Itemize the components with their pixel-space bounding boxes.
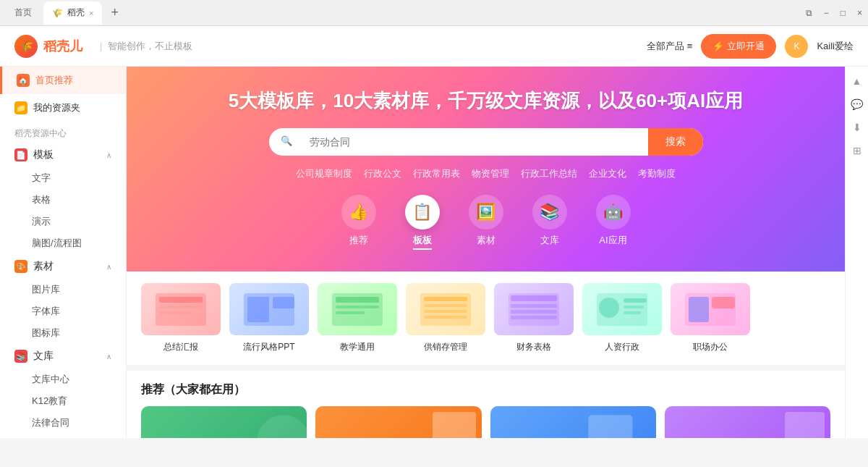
search-input[interactable] — [298, 128, 648, 156]
svg-rect-17 — [511, 295, 557, 301]
svg-rect-19 — [511, 310, 557, 314]
recommended-section: 推荐（大家都在用） 教育教学主题 教学资料 工具 — [127, 371, 845, 438]
svg-rect-1 — [159, 297, 203, 303]
svg-rect-23 — [624, 298, 647, 303]
logo: 🌾 稻壳儿 — [14, 35, 82, 58]
cat-item-3[interactable]: 供销存管理 — [406, 283, 485, 353]
sidebar-item-template[interactable]: 📄 模板 ∧ — [0, 143, 126, 167]
tool-comment-btn[interactable]: 💬 — [848, 96, 866, 113]
nav-recommend-label: 推荐 — [349, 234, 368, 247]
nav-recommend[interactable]: 👍 推荐 — [341, 195, 376, 250]
tag-3[interactable]: 物资管理 — [472, 167, 509, 180]
min-btn[interactable]: − — [824, 8, 829, 18]
cat-label-6: 职场办公 — [693, 341, 728, 353]
tag-5[interactable]: 企业文化 — [589, 167, 626, 180]
cat-img-5 — [582, 283, 662, 335]
sidebar-sub-image[interactable]: 图片库 — [0, 279, 126, 300]
library-icon: 📚 — [14, 350, 27, 363]
nav-template[interactable]: 📋 板板 — [405, 195, 440, 250]
svg-rect-27 — [689, 297, 709, 322]
rec-title: 推荐（大家都在用） — [141, 382, 830, 397]
cat-item-5[interactable]: 人资行政 — [582, 283, 662, 353]
header: 🌾 稻壳儿 | 智能创作，不止模板 全部产品 ≡ ⚡ 立即开通 K Kaili爱… — [0, 26, 868, 67]
sidebar-sub-text[interactable]: 文字 — [0, 167, 126, 189]
svg-rect-15 — [424, 316, 467, 319]
nav-library-icon: 📚 — [532, 195, 567, 230]
tab-app[interactable]: 🌾 稻壳 × — [43, 1, 102, 25]
rec-card-1[interactable]: 简历编辑器 免排版 大牛案例 — [315, 406, 481, 438]
svg-rect-12 — [424, 297, 467, 301]
nav-material[interactable]: 🖼️ 素材 — [469, 195, 503, 250]
sidebar-sub-table[interactable]: 表格 — [0, 189, 126, 211]
cat-item-4[interactable]: 财务表格 — [494, 283, 574, 353]
rec-grid: 教育教学主题 教学资料 工具 简历编辑器 免排版 大牛案例 — [141, 406, 830, 438]
nav-template-icon: 📋 — [405, 195, 440, 230]
category-scroll: 总结汇报 流行风格PPT 教学通用 — [141, 283, 830, 353]
svg-rect-2 — [159, 306, 203, 308]
sidebar-sub-marketing[interactable]: 市场营销 — [0, 434, 126, 438]
tool-download-btn[interactable]: ⬇ — [848, 119, 866, 136]
tag-2[interactable]: 行政常用表 — [413, 167, 460, 180]
svg-rect-10 — [336, 311, 365, 314]
banner-nav: 👍 推荐 📋 板板 🖼️ 素材 📚 文库 — [156, 195, 816, 250]
tool-up-btn[interactable]: ▲ — [848, 72, 866, 90]
template-icon: 📄 — [14, 148, 27, 161]
all-products-btn[interactable]: 全部产品 ≡ — [647, 40, 693, 53]
sidebar-item-home[interactable]: 🏠 首页推荐 — [0, 67, 126, 94]
cat-img-1 — [229, 283, 309, 335]
sidebar-item-material[interactable]: 🎨 素材 ∧ — [0, 254, 126, 279]
logo-name: 稻壳儿 — [43, 38, 82, 55]
user-name: Kaili爱绘 — [817, 40, 854, 53]
window-controls: ⧉ − □ × — [806, 8, 868, 18]
cat-item-6[interactable]: 职场办公 — [671, 283, 750, 353]
rec-card-0[interactable]: 教育教学主题 教学资料 工具 — [141, 406, 307, 438]
sidebar-sub-mindmap[interactable]: 脑图/流程图 — [0, 232, 126, 254]
card-deco-0 — [224, 406, 307, 438]
cat-img-3 — [406, 283, 485, 335]
search-btn[interactable]: 搜索 — [648, 128, 703, 156]
cat-label-5: 人资行政 — [605, 341, 639, 353]
new-tab-btn[interactable]: + — [105, 5, 124, 20]
tag-1[interactable]: 行政公文 — [364, 167, 401, 180]
svg-rect-3 — [159, 311, 192, 314]
svg-rect-18 — [511, 304, 557, 308]
card-exam-preview — [785, 412, 825, 438]
sidebar-sub-font[interactable]: 字体库 — [0, 300, 126, 322]
sidebar-sub-library-center[interactable]: 文库中心 — [0, 369, 126, 390]
rec-card-2[interactable]: 商用PPT 商务办公 版权商用 — [490, 406, 656, 438]
sidebar: 🏠 首页推荐 📁 我的资源夹 稻壳资源中心 📄 模板 ∧ 文字 表格 演示 脑图… — [0, 67, 127, 438]
nav-ai[interactable]: 🤖 AI应用 — [596, 195, 631, 250]
category-section: 总结汇报 流行风格PPT 教学通用 — [127, 272, 845, 365]
cat-item-2[interactable]: 教学通用 — [318, 283, 397, 353]
logo-slogan: 智能创作，不止模板 — [108, 40, 192, 53]
sidebar-sub-k12[interactable]: K12教育 — [0, 390, 126, 412]
sidebar-sub-legal[interactable]: 法律合同 — [0, 412, 126, 434]
tab-close-btn[interactable]: × — [89, 9, 93, 17]
close-btn[interactable]: × — [857, 8, 862, 18]
sidebar-sub-presentation[interactable]: 演示 — [0, 211, 126, 232]
user-avatar: K — [785, 35, 808, 58]
svg-rect-13 — [424, 304, 467, 307]
sidebar-item-library[interactable]: 📚 文库 ∧ — [0, 344, 126, 369]
cat-item-1[interactable]: 流行风格PPT — [229, 283, 309, 353]
max-btn[interactable]: □ — [841, 8, 846, 18]
tag-6[interactable]: 考勤制度 — [638, 167, 676, 180]
folder-icon: 📁 — [14, 101, 27, 114]
cat-item-0[interactable]: 总结汇报 — [141, 283, 221, 353]
sidebar-item-folder[interactable]: 📁 我的资源夹 — [0, 94, 126, 122]
open-btn[interactable]: ⚡ 立即开通 — [701, 34, 776, 59]
nav-library[interactable]: 📚 文库 — [532, 195, 567, 250]
cat-img-6 — [671, 283, 750, 335]
tab-bar: 首页 🌾 稻壳 × + — [0, 0, 130, 26]
tool-grid-btn[interactable]: ⊞ — [848, 142, 866, 159]
cat-img-2 — [318, 283, 397, 335]
tag-4[interactable]: 行政工作总结 — [521, 167, 577, 180]
rec-card-3[interactable]: 考研加油 考研复试 抵达梦想 — [665, 406, 830, 438]
tab-home[interactable]: 首页 — [6, 1, 41, 25]
tag-0[interactable]: 公司规章制度 — [296, 167, 352, 180]
restore-btn[interactable]: ⧉ — [806, 8, 812, 18]
chevron-up-icon: ∧ — [106, 151, 111, 159]
sidebar-sub-icon[interactable]: 图标库 — [0, 322, 126, 344]
nav-library-label: 文库 — [540, 234, 559, 247]
browser-chrome: 首页 🌾 稻壳 × + ⧉ − □ × — [0, 0, 868, 26]
